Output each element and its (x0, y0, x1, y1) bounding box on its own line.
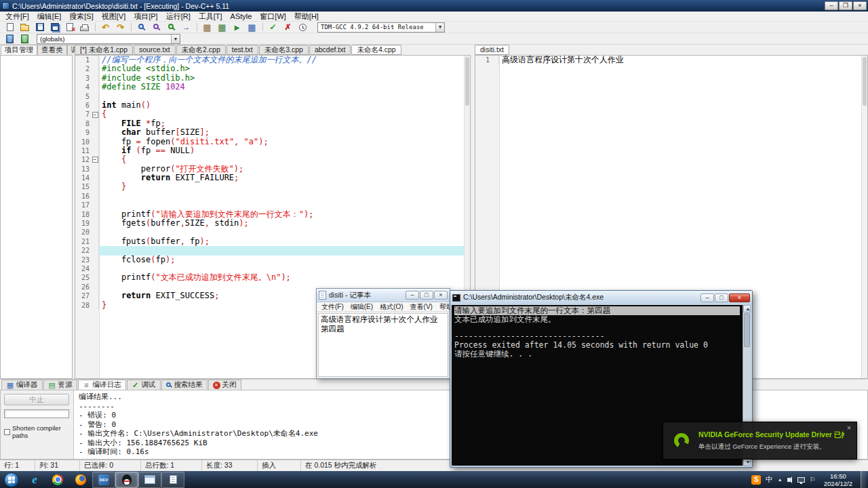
compile-button[interactable] (200, 22, 214, 33)
compile-run-button[interactable] (230, 22, 244, 33)
abort-button[interactable]: 中止 (4, 394, 69, 405)
notepad-menu-item[interactable]: 编辑(E) (347, 302, 376, 311)
profile-clock-button[interactable] (296, 22, 310, 33)
shorten-paths-option[interactable]: Shorten compiler paths (4, 424, 70, 439)
menu-item[interactable]: 帮助[H] (290, 12, 323, 22)
right-code-area[interactable]: 1高级语言程序设计第十次个人作业 (475, 56, 867, 64)
scrollbar-thumb[interactable] (744, 313, 750, 347)
notepad-titlebar[interactable]: disiti - 记事本 – □ × (317, 289, 450, 302)
volume-icon[interactable] (787, 478, 790, 482)
notepad-maximize-button[interactable]: □ (420, 291, 433, 300)
goto-line-button[interactable] (179, 22, 193, 33)
console-minimize-button[interactable]: – (701, 293, 714, 302)
bottom-tab[interactable]: 调试 (127, 380, 161, 390)
notepad-menu-item[interactable]: 格式(O) (376, 302, 406, 311)
bottom-tab[interactable]: 资源 (43, 380, 77, 390)
show-desktop-button[interactable] (861, 471, 867, 488)
editor-tab[interactable]: 未命名2.cpp (176, 45, 226, 55)
menu-item[interactable]: 项目[P] (130, 12, 161, 22)
notepad-text[interactable]: 高级语言程序设计第十次个人作业第四题 (318, 313, 448, 377)
bottom-tab[interactable]: 编译日志 (78, 380, 126, 390)
bottom-tab[interactable]: 编译器 (1, 380, 43, 390)
taskbar-clock[interactable]: 16:50 2024/12/2 (821, 472, 856, 487)
replace-icon (153, 24, 159, 29)
class-browser-forward-button[interactable] (18, 33, 32, 44)
class-browser-back-button[interactable] (3, 33, 17, 44)
action-center-icon[interactable] (810, 476, 816, 483)
ie-icon-taskbar-button[interactable]: e (23, 472, 46, 488)
shorten-paths-checkbox[interactable] (4, 429, 10, 435)
debug-check-button[interactable] (266, 22, 280, 33)
console-titlebar[interactable]: C:\Users\Administrator\Desktop\未命名4.exe … (450, 291, 752, 304)
tray-expand-icon[interactable] (778, 477, 783, 482)
chrome-icon-taskbar-button[interactable] (46, 472, 69, 488)
explorer-window-icon-taskbar-button[interactable] (138, 472, 161, 488)
save-button[interactable] (33, 22, 47, 33)
redo-button[interactable] (113, 22, 127, 33)
language-indicator[interactable]: 中 (766, 475, 773, 485)
code-text (99, 92, 470, 101)
toolbar-icon-groups (3, 22, 311, 33)
editor-tab[interactable]: [*] 未命名1.cpp (75, 45, 133, 55)
editor-tab[interactable]: abcdef.txt (309, 45, 351, 55)
scroll-up-icon[interactable] (743, 305, 751, 312)
left-tab[interactable]: 项目管理 (1, 45, 37, 55)
notepad-menu-item[interactable]: 文件(F) (318, 302, 347, 311)
right-editor-scrollbar[interactable] (861, 56, 867, 378)
bottom-tab[interactable]: 关闭 (208, 380, 241, 390)
save-all-button[interactable] (47, 22, 62, 33)
menu-item[interactable]: 文件[F] (1, 12, 33, 22)
undo-button[interactable] (98, 22, 113, 33)
scrollbar-thumb[interactable] (465, 57, 469, 106)
nvidia-notification[interactable]: × NVIDIA GeForce Security Update Driver … (663, 422, 857, 460)
rebuild-button[interactable] (245, 22, 259, 33)
menu-item[interactable]: 运行[R] (162, 12, 195, 22)
console-close-button[interactable]: × (729, 293, 750, 302)
right-editor-tab[interactable]: disiti.txt (475, 45, 509, 55)
notepad-icon-taskbar-button[interactable] (161, 472, 184, 488)
notepad-minimize-button[interactable]: – (406, 291, 419, 300)
menu-item[interactable]: AStyle (226, 12, 256, 22)
code-area[interactable]: 1//编写一个程序，向一个文本文件的末尾追加一行文本。//2#include <… (75, 56, 470, 310)
run-button[interactable] (215, 22, 229, 33)
open-file-button[interactable] (18, 22, 32, 33)
stop-button[interactable] (281, 22, 295, 33)
new-file-button[interactable] (3, 22, 17, 33)
firefox-icon-taskbar-button[interactable] (69, 472, 92, 488)
editor-tab[interactable]: source.txt (134, 45, 176, 55)
scrollbar-thumb[interactable] (863, 57, 867, 106)
globals-select[interactable]: (globals) ▼ (37, 34, 180, 44)
console-maximize-button[interactable]: □ (715, 293, 728, 302)
fold-marker[interactable]: − (92, 112, 98, 118)
print-button[interactable] (77, 22, 92, 33)
bottom-tab[interactable]: 搜索结果 (161, 380, 208, 390)
devcpp-icon-taskbar-button[interactable]: DEV (92, 472, 115, 488)
project-manager-panel[interactable] (0, 55, 73, 379)
qq-icon-taskbar-button[interactable] (115, 472, 138, 488)
close-button[interactable]: × (853, 1, 867, 10)
find-next-button[interactable] (164, 22, 178, 33)
notepad-menu-item[interactable]: 查看(V) (407, 302, 436, 311)
ime-icon[interactable]: S (751, 475, 761, 485)
notepad-close-button[interactable]: × (434, 291, 448, 300)
editor-tab[interactable]: 未命名3.cpp (259, 45, 309, 55)
menu-item[interactable]: 编辑[E] (33, 12, 65, 22)
maximize-button[interactable]: ❐ (839, 1, 852, 10)
notepad-window[interactable]: disiti - 记事本 – □ × 文件(F)编辑(E)格式(O)查看(V)帮… (316, 288, 450, 379)
minimize-button[interactable]: – (825, 1, 838, 10)
toast-close-icon[interactable]: × (844, 423, 854, 432)
editor-tab[interactable]: test.txt (226, 45, 258, 55)
replace-button[interactable] (149, 22, 163, 33)
network-icon[interactable] (797, 477, 805, 483)
left-tab[interactable]: 查看类 (37, 45, 67, 55)
menu-item[interactable]: 工具[T] (195, 12, 226, 22)
close-file-button[interactable] (62, 22, 77, 33)
compiler-select[interactable]: TDM-GCC 4.9.2 64-bit Release ▼ (317, 22, 445, 33)
menu-item[interactable]: 搜索[S] (65, 12, 97, 22)
menu-item[interactable]: 窗口[W] (256, 12, 290, 22)
start-button-taskbar-button[interactable] (0, 472, 23, 488)
fold-marker[interactable]: − (92, 157, 98, 163)
editor-tab[interactable]: 未命名4.cpp (351, 45, 401, 55)
find-button[interactable] (134, 22, 149, 33)
menu-item[interactable]: 视图[V] (98, 12, 130, 22)
